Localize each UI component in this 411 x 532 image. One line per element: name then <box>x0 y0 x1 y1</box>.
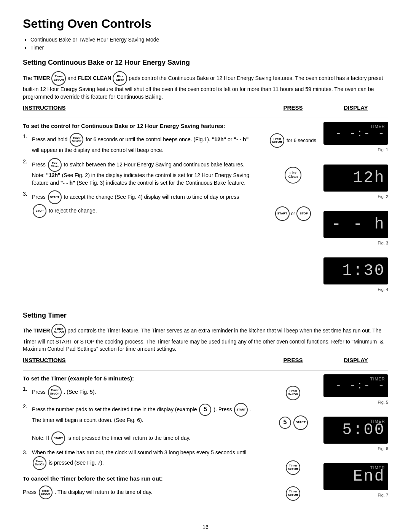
start-press-btn3: START <box>275 206 290 221</box>
stop-btn-s3: STOP <box>33 204 46 218</box>
fig3-wrapper: - - h Fig. 3 <box>323 211 388 246</box>
cancel-step: Press Timer Set/Off . The display will r… <box>23 486 255 499</box>
step2-body: Press FlexClean to switch between the 12… <box>32 158 255 187</box>
fig4-screen: 1:30 <box>323 257 388 284</box>
timer-press-s2p1: Timer Set/Off <box>286 386 300 400</box>
s2-instructions-header: INSTRUCTIONS <box>23 356 263 364</box>
instructions-header: INSTRUCTIONS <box>23 104 263 112</box>
s2-step3-body: When the set time has run out, the clock… <box>32 449 255 470</box>
s2-step2: 2. Press the number pads to set the desi… <box>23 403 255 445</box>
fig5-wrapper: TIMER - -:- - Fig. 5 <box>323 374 388 405</box>
section1-instructions: To set the control for Continuous Bake o… <box>23 122 263 304</box>
s2-press-cancel: Timer Set/Off <box>263 486 323 501</box>
flex-clean-press-btn2: Flex Clean <box>285 167 301 184</box>
fig2-text: 12h <box>353 167 385 189</box>
timer-press-btn1: Timer Set/Off <box>270 133 284 148</box>
fig3-text: - - h <box>331 213 385 236</box>
s2-step2-num: 2. <box>23 403 29 445</box>
s2-press-header: PRESS <box>263 356 323 364</box>
section1-press-col: Timer Set/Off for 6 seconds Flex Clean S… <box>263 122 323 304</box>
s2-press1: Timer Set/Off <box>263 386 323 400</box>
s2-step2-body: Press the number pads to set the desired… <box>32 403 255 445</box>
flex-clean-btn-s2: FlexClean <box>48 158 62 172</box>
section1-step2: 2. Press FlexClean to switch between the… <box>23 158 255 187</box>
fig4-wrapper: 1:30 Fig. 4 <box>323 257 388 292</box>
timer-btn-cancel: Timer Set/Off <box>39 486 53 499</box>
press1-content: Timer Set/Off for 6 seconds <box>270 133 316 148</box>
s2-display-header: DISPLAY <box>323 356 388 364</box>
fig1-screen: TIMER - -:- - <box>323 122 388 145</box>
fig1-sub: TIMER <box>370 124 385 129</box>
or-text: or <box>291 211 295 217</box>
section1-press2: Flex Clean <box>263 167 323 184</box>
section2-display-col: TIMER - -:- - Fig. 5 TIMER 5:00 Fig. 6 T… <box>323 374 388 512</box>
fig1-label: Fig. 1 <box>323 147 388 153</box>
section1-intro: The TIMER Timer Set/Off and FLEX CLEAN F… <box>23 71 388 101</box>
fig2-label: Fig. 2 <box>323 194 388 200</box>
display-header: DISPLAY <box>323 104 388 112</box>
stop-press-btn3: STOP <box>296 206 311 221</box>
s2-step3-num: 3. <box>23 449 29 470</box>
section2-content: To set the Timer (example for 5 minutes)… <box>23 374 388 512</box>
section1-subheading: To set the control for Continuous Bake o… <box>23 122 255 130</box>
step1-body: Press and hold TimerSet/Off for 6 second… <box>32 133 255 154</box>
fig2-screen: 12h <box>323 165 388 192</box>
bullet-list: Continuous Bake or Twelve Hour Energy Sa… <box>30 36 388 52</box>
section1-press1: Timer Set/Off for 6 seconds <box>263 133 323 148</box>
timer-press-s2p3: Timer Set/Off <box>286 460 300 475</box>
s2-step1: 1. Press Timer Set/Off . (See Fig. 5). <box>23 385 255 399</box>
fig7-label: Fig. 7 <box>323 492 388 498</box>
fig4-text: 1:30 <box>342 260 385 282</box>
fig6-screen: TIMER 5:00 <box>323 417 388 444</box>
timer-btn-s2s3: Timer Set/Off <box>33 456 46 470</box>
page-title: Setting Oven Controls <box>23 15 388 32</box>
section2-instructions: To set the Timer (example for 5 minutes)… <box>23 374 263 512</box>
cancel-heading: To cancel the Timer before the set time … <box>23 474 255 482</box>
fig7-sub: TIMER <box>370 465 385 471</box>
s2-step1-body: Press Timer Set/Off . (See Fig. 5). <box>32 385 255 399</box>
start-press-s2p2: START <box>293 415 308 430</box>
fig7-wrapper: TIMER End Fig. 7 <box>323 463 388 498</box>
start-btn-s3: START <box>48 190 62 204</box>
fig6-wrapper: TIMER 5:00 Fig. 6 <box>323 417 388 452</box>
s2-step1-num: 1. <box>23 385 29 399</box>
section2-subheading: To set the Timer (example for 5 minutes)… <box>23 374 255 382</box>
s2-press2-content: 5 START <box>278 415 308 430</box>
bullet-item-2: Timer <box>30 44 388 52</box>
start-btn-s2-note: START <box>51 431 65 445</box>
fig5-screen: TIMER - -:- - <box>323 374 388 397</box>
fig1-wrapper: TIMER - -:- - Fig. 1 <box>323 122 388 153</box>
press3-content: START or STOP <box>275 206 311 221</box>
step2-num: 2. <box>23 158 29 187</box>
flex-clean-button-intro: Flex Clean <box>113 71 127 86</box>
num5-press: 5 <box>279 417 291 429</box>
press-header: PRESS <box>263 104 323 112</box>
fig6-label: Fig. 6 <box>323 446 388 452</box>
section2-col-headers: INSTRUCTIONS PRESS DISPLAY <box>23 356 388 371</box>
fig2-wrapper: 12h Fig. 2 <box>323 165 388 200</box>
timer-press-s2cancel: Timer Set/Off <box>286 486 300 501</box>
s2-press3: Timer Set/Off <box>263 460 323 475</box>
bullet-item-1: Continuous Bake or Twelve Hour Energy Sa… <box>30 36 388 44</box>
s2-press2: 5 START <box>263 415 323 430</box>
step1-num: 1. <box>23 133 29 154</box>
section2-intro: The TIMER Timer Set/Off pad controls the… <box>23 324 388 353</box>
section1-step3: 3. Press START to accept the change (See… <box>23 190 255 218</box>
section1-display-col: TIMER - -:- - Fig. 1 12h Fig. 2 - - h Fi… <box>323 122 388 304</box>
section1-press3: START or STOP <box>263 206 323 221</box>
timer-setoff-btn-s1: TimerSet/Off <box>70 133 83 147</box>
timer-btn-s2intro: Timer Set/Off <box>51 324 66 338</box>
cancel-body: Press Timer Set/Off . The display will r… <box>23 486 255 499</box>
step3-body: Press START to accept the change (See Fi… <box>32 190 255 218</box>
section1-content: To set the control for Continuous Bake o… <box>23 122 388 304</box>
s2-step3: 3. When the set time has run out, the cl… <box>23 449 255 470</box>
section1-col-headers: INSTRUCTIONS PRESS DISPLAY <box>23 104 388 118</box>
page-number: 16 <box>23 524 388 531</box>
fig6-sub: TIMER <box>370 419 385 424</box>
timer-button-intro: Timer Set/Off <box>51 71 66 86</box>
fig5-sub: TIMER <box>370 376 385 382</box>
section1-heading: Setting Continuous Bake or 12 Hour Energ… <box>23 58 388 67</box>
start-btn-s2s2: START <box>234 403 248 417</box>
fig3-label: Fig. 3 <box>323 240 388 246</box>
fig7-screen: TIMER End <box>323 463 388 490</box>
